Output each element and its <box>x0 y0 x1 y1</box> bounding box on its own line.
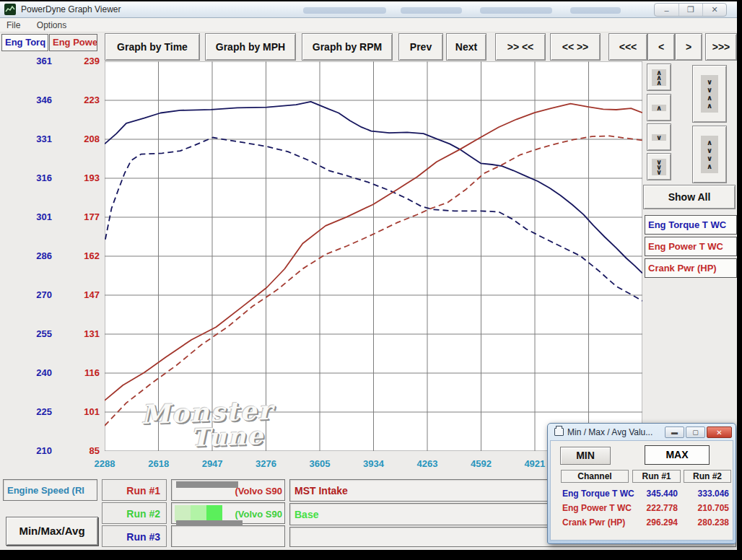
run3-label[interactable]: Run #3 <box>102 525 167 547</box>
zoom-out-button[interactable]: << >> <box>550 33 601 61</box>
app-window: PowerDyne Graph Viewer – ❐ ✕ File Option… <box>0 1 737 550</box>
torque-axis-tick: 286 <box>14 250 52 261</box>
menu-file[interactable]: File <box>0 18 27 30</box>
channel-name: Eng Torque T WC <box>562 489 634 499</box>
torque-axis-tick: 346 <box>14 95 52 105</box>
channel-name: Eng Power T WC <box>562 503 632 513</box>
torque-axis-tick: 225 <box>14 406 52 417</box>
redacted-text <box>570 7 621 14</box>
show-all-button[interactable]: Show All <box>643 185 736 209</box>
next-button[interactable]: Next <box>446 33 486 61</box>
rpm-axis-tick: 4921 <box>519 458 551 469</box>
close-button[interactable]: ✕ <box>702 4 726 16</box>
power-axis-tick: 193 <box>62 172 100 183</box>
legend-eng-power[interactable]: Eng Power T WC <box>645 237 737 256</box>
power-axis-tick: 116 <box>62 367 100 378</box>
graph-by-rpm-button[interactable]: Graph by RPM <box>302 33 393 61</box>
range-scroll-button-lower[interactable]: ∧∨∨∧ <box>692 126 727 183</box>
pan-last-button[interactable]: >>> <box>705 33 737 61</box>
x-channel-field[interactable]: Engine Speed (RI <box>3 479 97 501</box>
run1-name-text: (Volvo S90 <box>235 486 282 496</box>
popup-window-controls: ▬ ▢ ✕ <box>665 426 732 438</box>
min-max-avg-window: Min / Max / Avg Valu... ▬ ▢ ✕ MIN MAX Ch… <box>547 423 736 544</box>
folder-icon <box>554 428 564 436</box>
torque-axis-tick: 255 <box>14 328 52 339</box>
pan-first-button[interactable]: <<< <box>608 33 647 61</box>
chevron-icon: ∨∨∧∧ <box>701 75 718 113</box>
app-icon <box>4 4 16 15</box>
tab-eng-power[interactable]: Eng Power <box>49 34 97 51</box>
torque-axis-tick: 210 <box>14 445 52 456</box>
chevron-icon: ∧∧∧ <box>652 69 666 86</box>
run1-max-value: 222.778 <box>630 503 678 513</box>
run2-label[interactable]: Run #2 <box>102 502 167 524</box>
rpm-axis-tick: 4592 <box>465 458 497 469</box>
scroll-top-button[interactable]: ∧∧∧ <box>647 64 671 91</box>
torque-axis-tick: 240 <box>14 367 52 378</box>
min-max-avg-button[interactable]: Min/Max/Avg <box>6 517 98 546</box>
tab-eng-torque[interactable]: Eng Torq <box>1 34 48 51</box>
power-axis-tick: 131 <box>62 328 100 339</box>
column-header-run1: Run #1 <box>632 470 681 483</box>
popup-close-button[interactable]: ✕ <box>707 426 732 438</box>
range-scroll-button-upper[interactable]: ∨∨∧∧ <box>692 65 727 123</box>
pan-right-button[interactable]: > <box>675 33 702 61</box>
run1-label[interactable]: Run #1 <box>102 479 167 501</box>
gradient-swatch <box>206 505 222 522</box>
run3-name-field[interactable] <box>171 525 285 547</box>
power-axis-tick: 239 <box>62 56 100 66</box>
scroll-down-button[interactable]: ∨ <box>647 123 671 151</box>
scroll-bottom-button[interactable]: ∨∨∨ <box>647 153 671 180</box>
window-controls: – ❐ ✕ <box>654 3 727 17</box>
title-bar: PowerDyne Graph Viewer – ❐ ✕ <box>0 1 737 18</box>
rpm-axis-tick: 3605 <box>304 458 336 469</box>
run2-max-value: 280.238 <box>681 517 729 528</box>
min-button[interactable]: MIN <box>560 447 611 465</box>
graph-by-mph-button[interactable]: Graph by MPH <box>205 33 296 61</box>
graph-by-time-button[interactable]: Graph by Time <box>105 33 200 61</box>
minimize-button[interactable]: – <box>655 4 678 16</box>
chevron-icon: ∨ <box>652 134 666 141</box>
redacted-text <box>176 520 243 526</box>
redacted-text <box>176 481 238 488</box>
power-axis-tick: 162 <box>62 250 100 261</box>
torque-axis-tick: 270 <box>14 289 52 300</box>
rpm-axis-tick: 2618 <box>143 458 175 469</box>
menu-options[interactable]: Options <box>30 18 73 30</box>
popup-title-bar[interactable]: Min / Max / Avg Valu... ▬ ▢ ✕ <box>550 425 733 440</box>
power-axis-tick: 208 <box>62 134 100 144</box>
channel-name: Crank Pwr (HP) <box>562 517 625 528</box>
legend-eng-torque[interactable]: Eng Torque T WC <box>645 215 737 235</box>
run2-max-value: 333.046 <box>681 489 729 499</box>
power-axis-tick: 101 <box>62 406 100 417</box>
zoom-in-button[interactable]: >> << <box>495 33 546 61</box>
run1-name-field[interactable]: (Volvo S90 <box>171 479 285 501</box>
window-title: PowerDyne Graph Viewer <box>21 4 121 14</box>
chevron-icon: ∧ <box>652 105 666 111</box>
column-header-run2: Run #2 <box>684 470 731 483</box>
rpm-axis-tick: 2288 <box>89 458 121 469</box>
chevron-icon: ∨∨∨ <box>652 159 666 175</box>
legend-crank-pwr[interactable]: Crank Pwr (HP) <box>645 258 737 278</box>
pan-left-button[interactable]: < <box>647 33 675 61</box>
torque-axis-tick: 316 <box>14 172 52 183</box>
prev-button[interactable]: Prev <box>398 33 443 61</box>
run2-name-text: (Volvo S90 <box>235 509 282 520</box>
restore-button[interactable]: ❐ <box>678 4 702 16</box>
power-axis-tick: 223 <box>62 95 100 105</box>
dyno-graph[interactable] <box>105 61 642 451</box>
popup-maximize-button[interactable]: ▢ <box>686 426 705 438</box>
gradient-swatch <box>175 505 191 522</box>
redacted-text <box>401 7 462 14</box>
run1-max-value: 345.440 <box>630 489 678 499</box>
max-button[interactable]: MAX <box>645 445 710 465</box>
torque-axis-tick: 361 <box>14 56 52 66</box>
torque-axis-tick: 331 <box>14 134 52 144</box>
power-axis-tick: 177 <box>62 211 100 222</box>
popup-minimize-button[interactable]: ▬ <box>665 426 684 438</box>
rpm-axis-tick: 3276 <box>250 458 282 469</box>
rpm-axis-tick: 4263 <box>411 458 443 469</box>
scroll-up-button[interactable]: ∧ <box>647 94 671 121</box>
run2-name-field[interactable]: (Volvo S90 <box>171 502 285 524</box>
redacted-text <box>303 7 386 14</box>
